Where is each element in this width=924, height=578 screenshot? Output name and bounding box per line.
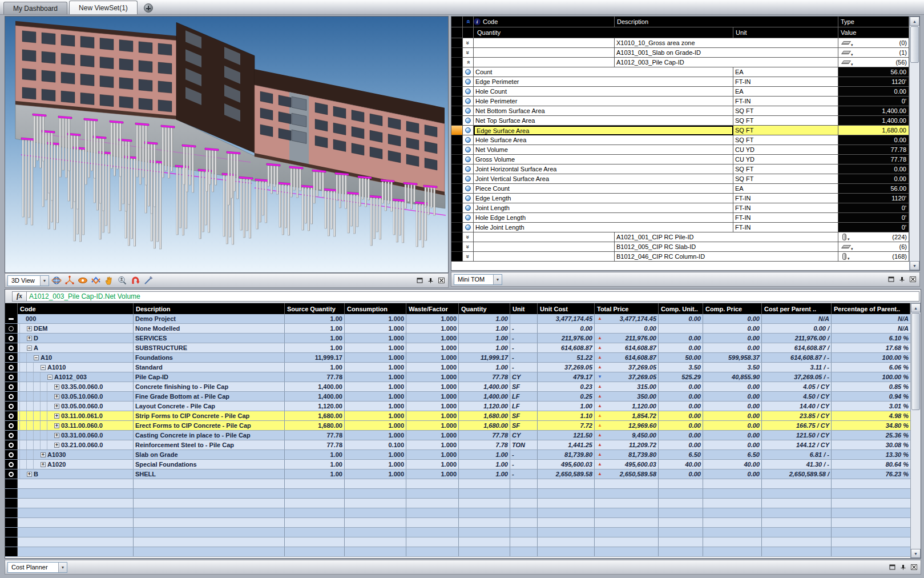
row-selector[interactable] bbox=[451, 184, 463, 194]
expand-icon[interactable]: + bbox=[27, 472, 32, 477]
row-selector[interactable] bbox=[451, 77, 463, 87]
type-value-cell[interactable]: ▾(0) bbox=[838, 38, 909, 48]
column-header-total-price[interactable]: Total Price bbox=[595, 303, 659, 314]
column-header-waste-factor[interactable]: Waste/Factor bbox=[406, 303, 459, 314]
takeoff-quantity-row[interactable]: Hole Joint LengthFT-IN0' bbox=[451, 223, 909, 232]
takeoff-quantity-row[interactable]: Joint Horizontal Surface AreaSQ FT0.00 bbox=[451, 164, 909, 174]
chevron-down-icon[interactable] bbox=[40, 276, 49, 286]
column-header-source-quantity[interactable]: Source Quantity bbox=[285, 303, 345, 314]
estimate-row[interactable]: +03.11.00.061.0Strip Forms to CIP Concre… bbox=[5, 411, 910, 421]
row-selector[interactable] bbox=[5, 469, 18, 479]
takeoff-group-row[interactable]: »B1012_005_CIP RC Slab-ID▾(6) bbox=[451, 242, 909, 252]
scroll-up-icon[interactable]: ▲ bbox=[910, 17, 919, 26]
column-header-unit-cost[interactable]: Unit Cost bbox=[538, 303, 595, 314]
type-column-header[interactable]: Type bbox=[838, 17, 909, 27]
row-selector[interactable] bbox=[451, 155, 463, 164]
pan-icon[interactable] bbox=[103, 275, 115, 286]
takeoff-quantity-row[interactable]: Hole Surface AreaSQ FT0.00 bbox=[451, 135, 909, 145]
value-column-header[interactable]: Value bbox=[838, 27, 909, 38]
close-icon[interactable] bbox=[909, 563, 918, 571]
expand-icon[interactable]: + bbox=[54, 423, 59, 428]
row-selector[interactable] bbox=[451, 116, 463, 126]
estimate-row[interactable]: +03.21.00.060.0Reinforcement Steel to - … bbox=[5, 440, 910, 450]
expand-icon[interactable]: + bbox=[54, 443, 59, 448]
scrollbar-thumb[interactable] bbox=[910, 26, 919, 63]
row-selector[interactable] bbox=[5, 528, 18, 537]
takeoff-scrollbar[interactable]: ▲ ▼ bbox=[909, 17, 919, 270]
scrollbar-thumb[interactable] bbox=[911, 313, 920, 410]
row-selector[interactable] bbox=[451, 174, 463, 184]
expand-icon[interactable]: + bbox=[54, 433, 59, 438]
row-selector[interactable] bbox=[5, 499, 18, 508]
close-icon[interactable] bbox=[437, 276, 446, 284]
row-selector[interactable] bbox=[5, 382, 18, 391]
section-icon[interactable] bbox=[90, 275, 102, 286]
collapse-icon[interactable]: − bbox=[41, 365, 46, 370]
type-value-cell[interactable]: ▾(224) bbox=[838, 232, 909, 242]
look-around-icon[interactable] bbox=[77, 275, 88, 286]
expand-icon[interactable]: + bbox=[54, 384, 59, 390]
estimate-empty-row[interactable] bbox=[5, 499, 910, 508]
row-selector[interactable] bbox=[5, 421, 18, 430]
estimate-empty-row[interactable] bbox=[5, 528, 910, 537]
chevron-down-icon[interactable]: ▾ bbox=[848, 256, 850, 261]
takeoff-group-row[interactable]: »B1012_046_CIP RC Column-ID▾(168) bbox=[451, 252, 909, 262]
row-selector[interactable] bbox=[451, 194, 463, 203]
row-selector[interactable] bbox=[5, 537, 18, 547]
takeoff-quantity-row[interactable]: Edge PerimeterFT-IN1120' bbox=[451, 77, 909, 87]
takeoff-group-row[interactable]: »A1012_003_Pile Cap-ID▾(56) bbox=[451, 58, 909, 67]
column-header-consumption[interactable]: Consumption bbox=[345, 303, 406, 314]
row-selector[interactable] bbox=[451, 242, 463, 252]
row-selector[interactable] bbox=[451, 38, 463, 48]
estimate-row[interactable]: 000Demo Project1.001.0001.0001.003,477,1… bbox=[5, 314, 910, 324]
row-selector[interactable] bbox=[451, 106, 463, 116]
row-selector[interactable] bbox=[5, 372, 18, 382]
expand-icon[interactable]: » bbox=[463, 38, 474, 48]
collapse-icon[interactable]: » bbox=[463, 58, 474, 67]
takeoff-quantity-row[interactable]: Net Bottom Surface AreaSQ FT1,400.00 bbox=[451, 106, 909, 116]
unit-column-header[interactable]: Unit bbox=[733, 27, 838, 38]
add-viewset-plus-icon[interactable] bbox=[144, 3, 153, 13]
estimate-empty-row[interactable] bbox=[5, 508, 910, 518]
row-selector[interactable] bbox=[451, 97, 463, 106]
pin-icon[interactable] bbox=[898, 563, 907, 571]
type-value-cell[interactable]: ▾(56) bbox=[838, 58, 909, 67]
row-selector[interactable] bbox=[5, 334, 18, 343]
orbit-icon[interactable] bbox=[51, 275, 62, 286]
row-selector[interactable] bbox=[5, 431, 18, 440]
measure-icon[interactable] bbox=[143, 275, 154, 286]
type-value-cell[interactable]: ▾(168) bbox=[838, 252, 909, 262]
column-header-code[interactable]: Code bbox=[18, 303, 134, 314]
row-selector[interactable] bbox=[451, 145, 463, 155]
estimate-row[interactable]: −A1010Standard1.001.0001.0001.00-37,269.… bbox=[5, 363, 910, 372]
estimate-row[interactable]: +03.31.00.060.0Casting Concrete in place… bbox=[5, 431, 910, 440]
type-value-cell[interactable]: ▾(1) bbox=[838, 48, 909, 58]
expand-icon[interactable]: + bbox=[41, 462, 46, 467]
row-selector[interactable] bbox=[5, 508, 18, 517]
takeoff-group-row[interactable]: »X1010_10_Gross area zone▾(0) bbox=[451, 38, 909, 48]
row-selector[interactable] bbox=[451, 135, 463, 145]
pin-icon[interactable] bbox=[426, 276, 435, 284]
takeoff-group-row[interactable]: »A1021_001_CIP RC Pile-ID▾(224) bbox=[451, 232, 909, 242]
pin-icon[interactable] bbox=[897, 275, 906, 283]
row-selector[interactable] bbox=[451, 232, 463, 242]
row-selector[interactable] bbox=[5, 363, 18, 372]
expand-icon[interactable]: » bbox=[463, 232, 474, 242]
column-header-cost-per-parent[interactable]: Cost per Parent .. bbox=[762, 303, 832, 314]
maximize-icon[interactable] bbox=[887, 563, 897, 571]
fx-button[interactable]: fx bbox=[12, 291, 27, 302]
estimate-row[interactable]: +03.11.00.060.0Erect Forms to CIP Concre… bbox=[5, 421, 910, 431]
row-selector[interactable] bbox=[5, 547, 18, 556]
row-selector[interactable] bbox=[5, 314, 18, 323]
scrollbar-track[interactable] bbox=[911, 411, 921, 549]
estimate-row[interactable]: +03.05.00.060.0Layout Concrete - Pile Ca… bbox=[5, 402, 910, 411]
estimate-empty-row[interactable] bbox=[5, 489, 910, 499]
chevron-down-icon[interactable] bbox=[493, 275, 502, 284]
expand-icon[interactable]: » bbox=[463, 242, 474, 252]
row-selector[interactable] bbox=[451, 203, 463, 213]
row-selector[interactable] bbox=[451, 48, 463, 58]
expand-icon[interactable]: + bbox=[54, 414, 59, 419]
tab-new-viewset[interactable]: New ViewSet(1) bbox=[69, 1, 138, 14]
row-selector[interactable] bbox=[5, 411, 18, 420]
takeoff-quantity-row[interactable]: Hole CountEA0.00 bbox=[451, 87, 909, 97]
